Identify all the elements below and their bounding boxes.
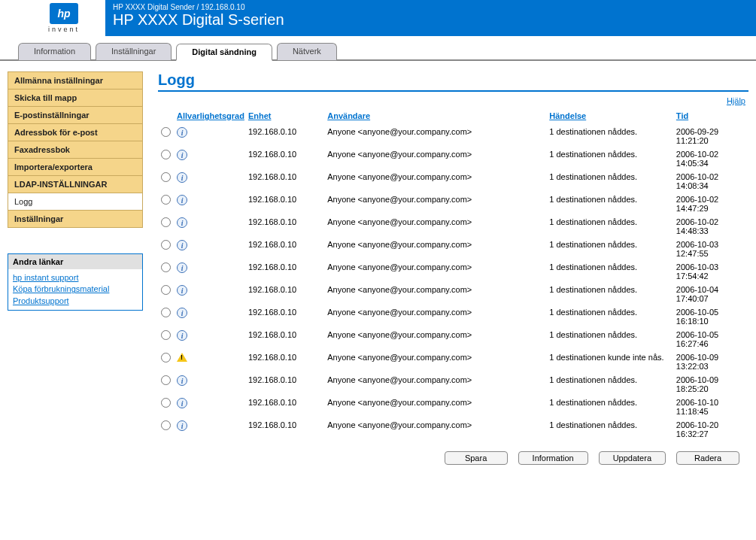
cell-time: 2006-10-02 14:08:34 — [673, 170, 748, 193]
other-link[interactable]: hp instant support — [13, 272, 138, 284]
tab-nätverk[interactable]: Nätverk — [277, 43, 337, 60]
cell-user: Anyone <anyone@your.company.com> — [324, 373, 546, 396]
cell-user: Anyone <anyone@your.company.com> — [324, 396, 546, 418]
row-select-radio[interactable] — [161, 127, 171, 137]
cell-time: 2006-09-29 11:21:20 — [673, 125, 748, 147]
row-select-radio[interactable] — [161, 262, 171, 272]
info-icon: i — [177, 398, 187, 408]
page-title: Logg — [158, 71, 748, 92]
cell-event: 1 destinationen nåddes. — [546, 215, 673, 238]
sidebar-item-adressbok-f-r-e-post[interactable]: Adressbok för e-post — [8, 124, 142, 141]
cell-user: Anyone <anyone@your.company.com> — [324, 328, 546, 350]
table-row: i192.168.0.10Anyone <anyone@your.company… — [158, 373, 748, 396]
info-icon: i — [177, 285, 187, 296]
cell-time: 2006-10-02 14:05:34 — [673, 147, 748, 170]
cell-user: Anyone <anyone@your.company.com> — [324, 305, 546, 328]
cell-device: 192.168.0.10 — [245, 283, 324, 305]
col-severity[interactable]: Allvarlighetsgrad — [174, 110, 245, 125]
row-select-radio[interactable] — [161, 308, 171, 317]
other-link[interactable]: Köpa förbrukningsmaterial — [13, 284, 138, 295]
row-select-radio[interactable] — [161, 420, 171, 430]
save-button[interactable]: Spara — [445, 451, 508, 465]
info-icon: i — [177, 127, 187, 138]
help-link[interactable]: Hjälp — [727, 96, 745, 105]
other-links-header: Andra länkar — [8, 254, 142, 269]
col-event[interactable]: Händelse — [546, 110, 673, 125]
col-time[interactable]: Tid — [673, 110, 748, 125]
tab-inställningar[interactable]: Inställningar — [96, 43, 172, 60]
sidebar-item-e-postinst-llningar[interactable]: E-postinställningar — [8, 107, 142, 124]
cell-device: 192.168.0.10 — [245, 170, 324, 193]
sidebar-item-logg[interactable]: Logg — [8, 193, 142, 211]
row-select-radio[interactable] — [161, 172, 171, 182]
info-icon: i — [177, 150, 187, 160]
cell-time: 2006-10-05 16:27:46 — [673, 328, 748, 350]
col-user[interactable]: Användare — [324, 110, 546, 125]
row-select-radio[interactable] — [161, 195, 171, 205]
cell-event: 1 destinationen nåddes. — [546, 328, 673, 350]
cell-event: 1 destinationen nåddes. — [546, 305, 673, 328]
cell-event: 1 destinationen nåddes. — [546, 418, 673, 441]
cell-user: Anyone <anyone@your.company.com> — [324, 350, 546, 373]
hp-logo-icon: hp — [50, 3, 78, 24]
info-icon: i — [177, 195, 187, 205]
cell-device: 192.168.0.10 — [245, 373, 324, 396]
row-select-radio[interactable] — [161, 150, 171, 159]
cell-event: 1 destinationen nåddes. — [546, 373, 673, 396]
col-device[interactable]: Enhet — [245, 110, 324, 125]
logo-subtext: invent — [48, 26, 80, 33]
banner: HP XXXX Digital Sender / 192.168.0.10 HP… — [105, 0, 756, 36]
table-row: i192.168.0.10Anyone <anyone@your.company… — [158, 305, 748, 328]
cell-device: 192.168.0.10 — [245, 328, 324, 350]
cell-event: 1 destinationen nåddes. — [546, 396, 673, 418]
info-icon: i — [177, 262, 187, 273]
sidebar-item-skicka-till-mapp[interactable]: Skicka till mapp — [8, 89, 142, 107]
sidebar-item-ldap-inst-llningar[interactable]: LDAP-INSTÄLLNINGAR — [8, 176, 142, 193]
table-row: 192.168.0.10Anyone <anyone@your.company.… — [158, 350, 748, 373]
cell-event: 1 destinationen kunde inte nås. — [546, 350, 673, 373]
information-button[interactable]: Information — [518, 451, 588, 465]
banner-breadcrumb: HP XXXX Digital Sender / 192.168.0.10 — [113, 3, 748, 11]
logo-box: hp invent — [0, 0, 105, 36]
delete-button[interactable]: Radera — [676, 451, 739, 465]
cell-time: 2006-10-03 12:47:55 — [673, 238, 748, 260]
table-row: i192.168.0.10Anyone <anyone@your.company… — [158, 147, 748, 170]
tab-digital-sändning[interactable]: Digital sändning — [176, 44, 272, 61]
info-icon: i — [177, 375, 187, 386]
table-row: i192.168.0.10Anyone <anyone@your.company… — [158, 328, 748, 350]
cell-event: 1 destinationen nåddes. — [546, 193, 673, 215]
cell-device: 192.168.0.10 — [245, 260, 324, 283]
cell-time: 2006-10-09 18:25:20 — [673, 373, 748, 396]
sidebar-item-faxadressbok[interactable]: Faxadressbok — [8, 141, 142, 159]
cell-device: 192.168.0.10 — [245, 193, 324, 215]
cell-time: 2006-10-09 13:22:03 — [673, 350, 748, 373]
cell-user: Anyone <anyone@your.company.com> — [324, 170, 546, 193]
row-select-radio[interactable] — [161, 398, 171, 408]
refresh-button[interactable]: Uppdatera — [599, 451, 666, 465]
cell-time: 2006-10-03 17:54:42 — [673, 260, 748, 283]
cell-event: 1 destinationen nåddes. — [546, 238, 673, 260]
row-select-radio[interactable] — [161, 217, 171, 227]
tab-bar: InformationInställningarDigital sändning… — [0, 36, 756, 61]
row-select-radio[interactable] — [161, 353, 171, 363]
cell-event: 1 destinationen nåddes. — [546, 125, 673, 147]
info-icon: i — [177, 308, 187, 318]
sidebar-menu: Allmänna inställningarSkicka till mappE-… — [8, 71, 143, 228]
row-select-radio[interactable] — [161, 240, 171, 250]
cell-device: 192.168.0.10 — [245, 350, 324, 373]
other-link[interactable]: Produktsupport — [13, 296, 138, 307]
sidebar-item-importera-exportera[interactable]: Importera/exportera — [8, 159, 142, 176]
sidebar-item-inst-llningar[interactable]: Inställningar — [8, 211, 142, 227]
table-row: i192.168.0.10Anyone <anyone@your.company… — [158, 193, 748, 215]
cell-device: 192.168.0.10 — [245, 215, 324, 238]
row-select-radio[interactable] — [161, 285, 171, 295]
tab-information[interactable]: Information — [18, 43, 91, 60]
cell-event: 1 destinationen nåddes. — [546, 283, 673, 305]
table-row: i192.168.0.10Anyone <anyone@your.company… — [158, 283, 748, 305]
cell-time: 2006-10-20 16:32:27 — [673, 418, 748, 441]
row-select-radio[interactable] — [161, 330, 171, 340]
sidebar-item-allm-nna-inst-llningar[interactable]: Allmänna inställningar — [8, 72, 142, 89]
cell-device: 192.168.0.10 — [245, 147, 324, 170]
row-select-radio[interactable] — [161, 375, 171, 385]
cell-time: 2006-10-02 14:48:33 — [673, 215, 748, 238]
